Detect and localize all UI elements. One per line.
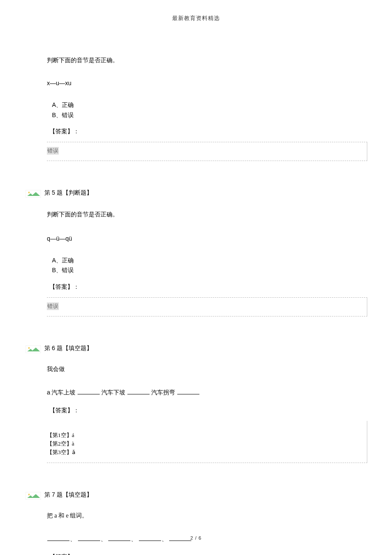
q6-answer-box: 【第1空】á 【第2空】à 【第3空】ǎ xyxy=(47,421,367,463)
q5-option-a: A、正确 xyxy=(52,256,367,266)
question-4-continuation: 判断下面的音节是否正确。 x—u—xu A、正确 B、错误 【答案】： 错误 xyxy=(47,56,367,161)
q5-option-b: B、错误 xyxy=(52,265,367,276)
decorative-icon xyxy=(26,190,41,198)
page-header: 最新教育资料精选 xyxy=(0,0,392,22)
svg-point-5 xyxy=(28,494,30,495)
blank xyxy=(177,389,199,394)
q4-expression: x—u—xu xyxy=(47,78,367,88)
svg-rect-2 xyxy=(26,345,41,353)
q7-answer-label: 【答案】： xyxy=(49,552,367,555)
q6-header: 第 6 题【填空题】 xyxy=(26,345,367,353)
decorative-icon xyxy=(26,492,41,500)
q6-fill-line: a 汽车上坡 汽车下坡 汽车拐弯 xyxy=(47,388,367,397)
q4-answer-box: 错误 xyxy=(47,142,367,161)
svg-rect-0 xyxy=(26,190,41,198)
q5-instruction: 判断下面的音节是否正确。 xyxy=(47,210,367,219)
q5-options: A、正确 B、错误 xyxy=(52,256,367,276)
decorative-icon xyxy=(26,345,41,353)
q4-instruction: 判断下面的音节是否正确。 xyxy=(47,56,367,65)
blank xyxy=(78,389,100,394)
question-5: 判断下面的音节是否正确。 q—ü—qü A、正确 B、错误 【答案】： 错误 xyxy=(47,210,367,316)
q6-answer-line3: 【第3空】ǎ xyxy=(47,448,367,457)
q4-option-a: A、正确 xyxy=(52,100,367,110)
svg-rect-4 xyxy=(26,492,41,500)
q6-answer-line2: 【第2空】à xyxy=(47,440,367,448)
question-6: 我会做 a 汽车上坡 汽车下坡 汽车拐弯 【答案】： 【第1空】á 【第2空】à… xyxy=(47,365,367,463)
q7-header: 第 7 题【填空题】 xyxy=(26,491,367,500)
q5-header: 第 5 题【判断题】 xyxy=(26,189,367,198)
page-footer: 2 / 6 xyxy=(0,535,392,541)
q6-answer-label: 【答案】： xyxy=(49,406,367,415)
q5-expression: q—ü—qü xyxy=(47,234,367,243)
question-7: 把 a 和 e 组词。 、 、 、 、 【答案】： xyxy=(47,511,367,555)
q6-instruction: 我会做 xyxy=(47,365,367,374)
q4-answer-label: 【答案】： xyxy=(49,127,367,136)
q5-answer-label: 【答案】： xyxy=(49,282,367,292)
blank xyxy=(127,389,150,394)
svg-point-3 xyxy=(28,347,30,349)
q4-answer-value: 错误 xyxy=(47,147,59,155)
q6-answer-line1: 【第1空】á xyxy=(47,431,367,440)
q7-instruction: 把 a 和 e 组词。 xyxy=(47,511,367,520)
q5-answer-value: 错误 xyxy=(47,302,59,310)
q4-option-b: B、错误 xyxy=(52,110,367,121)
q5-answer-box: 错误 xyxy=(47,297,367,316)
svg-point-1 xyxy=(28,192,30,193)
q4-options: A、正确 B、错误 xyxy=(52,100,367,121)
